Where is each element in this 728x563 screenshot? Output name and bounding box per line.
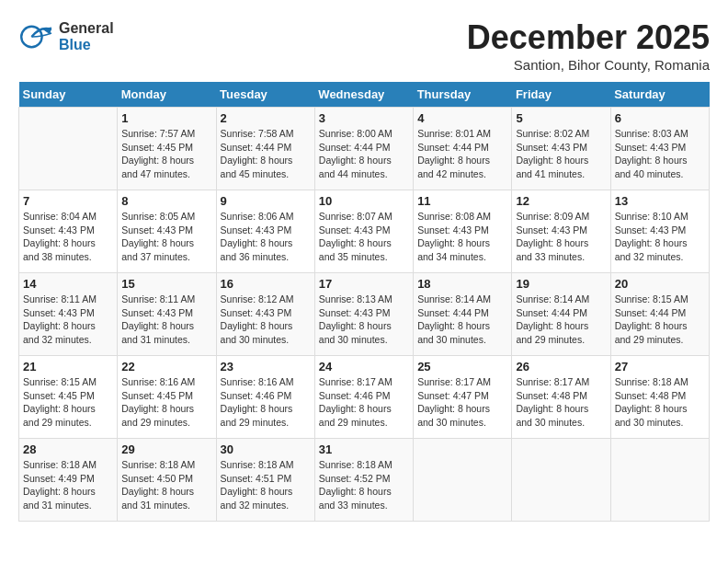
day-info: Sunrise: 8:18 AMSunset: 4:49 PMDaylight:… xyxy=(23,458,113,512)
calendar-header-row: SundayMondayTuesdayWednesdayThursdayFrid… xyxy=(19,82,710,108)
day-info: Sunrise: 8:12 AMSunset: 4:43 PMDaylight:… xyxy=(221,293,311,347)
day-info: Sunrise: 8:02 AMSunset: 4:43 PMDaylight:… xyxy=(516,127,606,181)
subtitle: Santion, Bihor County, Romania xyxy=(467,57,710,73)
calendar-week-row: 14Sunrise: 8:11 AMSunset: 4:43 PMDayligh… xyxy=(19,273,710,356)
header: General Blue December 2025 Santion, Biho… xyxy=(18,18,710,73)
calendar-cell: 17Sunrise: 8:13 AMSunset: 4:43 PMDayligh… xyxy=(314,273,413,356)
day-info: Sunrise: 8:04 AMSunset: 4:43 PMDaylight:… xyxy=(23,210,113,264)
day-info: Sunrise: 8:03 AMSunset: 4:43 PMDaylight:… xyxy=(615,127,705,181)
month-title: December 2025 xyxy=(467,18,710,57)
column-header-sunday: Sunday xyxy=(19,82,118,108)
calendar-cell: 21Sunrise: 8:15 AMSunset: 4:45 PMDayligh… xyxy=(19,356,118,439)
calendar-cell: 2Sunrise: 7:58 AMSunset: 4:44 PMDaylight… xyxy=(216,108,314,190)
day-info: Sunrise: 8:06 AMSunset: 4:43 PMDaylight:… xyxy=(221,210,311,264)
day-info: Sunrise: 8:08 AMSunset: 4:43 PMDaylight:… xyxy=(417,210,507,264)
day-number: 19 xyxy=(516,277,606,291)
day-number: 29 xyxy=(121,442,211,456)
day-number: 14 xyxy=(23,277,113,291)
day-number: 9 xyxy=(221,194,311,208)
calendar-cell: 23Sunrise: 8:16 AMSunset: 4:46 PMDayligh… xyxy=(216,356,314,439)
calendar-table: SundayMondayTuesdayWednesdayThursdayFrid… xyxy=(18,82,710,522)
column-header-tuesday: Tuesday xyxy=(216,82,314,108)
calendar-cell: 1Sunrise: 7:57 AMSunset: 4:45 PMDaylight… xyxy=(118,108,216,190)
day-number: 30 xyxy=(221,442,311,456)
calendar-cell: 31Sunrise: 8:18 AMSunset: 4:52 PMDayligh… xyxy=(314,439,413,522)
day-number: 24 xyxy=(319,360,409,373)
day-number: 21 xyxy=(23,360,113,373)
day-number: 3 xyxy=(319,111,409,125)
day-info: Sunrise: 8:14 AMSunset: 4:44 PMDaylight:… xyxy=(417,293,507,347)
day-info: Sunrise: 8:10 AMSunset: 4:43 PMDaylight:… xyxy=(615,210,705,264)
column-header-friday: Friday xyxy=(512,82,610,108)
day-number: 22 xyxy=(121,360,211,373)
logo-general-text: General xyxy=(59,20,114,37)
day-number: 7 xyxy=(23,194,113,208)
calendar-cell: 15Sunrise: 8:11 AMSunset: 4:43 PMDayligh… xyxy=(118,273,216,356)
day-info: Sunrise: 8:09 AMSunset: 4:43 PMDaylight:… xyxy=(516,210,606,264)
logo-text: General Blue xyxy=(59,20,114,52)
calendar-cell: 8Sunrise: 8:05 AMSunset: 4:43 PMDaylight… xyxy=(118,190,216,273)
day-info: Sunrise: 8:16 AMSunset: 4:45 PMDaylight:… xyxy=(121,375,211,430)
day-number: 25 xyxy=(417,360,507,373)
day-number: 5 xyxy=(516,111,606,125)
day-info: Sunrise: 8:05 AMSunset: 4:43 PMDaylight:… xyxy=(121,210,211,264)
day-number: 4 xyxy=(417,111,507,125)
calendar-cell: 6Sunrise: 8:03 AMSunset: 4:43 PMDaylight… xyxy=(610,108,709,190)
day-number: 26 xyxy=(516,360,606,373)
calendar-cell: 27Sunrise: 8:18 AMSunset: 4:48 PMDayligh… xyxy=(610,356,709,439)
calendar-cell: 7Sunrise: 8:04 AMSunset: 4:43 PMDaylight… xyxy=(19,190,118,273)
day-info: Sunrise: 8:18 AMSunset: 4:52 PMDaylight:… xyxy=(319,458,409,512)
calendar-cell: 22Sunrise: 8:16 AMSunset: 4:45 PMDayligh… xyxy=(118,356,216,439)
calendar-cell: 10Sunrise: 8:07 AMSunset: 4:43 PMDayligh… xyxy=(314,190,413,273)
calendar-week-row: 21Sunrise: 8:15 AMSunset: 4:45 PMDayligh… xyxy=(19,356,710,439)
day-number: 2 xyxy=(221,111,311,125)
title-area: December 2025 Santion, Bihor County, Rom… xyxy=(467,18,710,73)
day-info: Sunrise: 8:01 AMSunset: 4:44 PMDaylight:… xyxy=(417,127,507,181)
logo: General Blue xyxy=(18,18,114,55)
day-info: Sunrise: 8:15 AMSunset: 4:44 PMDaylight:… xyxy=(615,293,705,347)
day-number: 10 xyxy=(319,194,409,208)
day-info: Sunrise: 8:18 AMSunset: 4:50 PMDaylight:… xyxy=(121,458,211,512)
day-number: 18 xyxy=(417,277,507,291)
calendar-cell xyxy=(414,439,512,522)
calendar-week-row: 28Sunrise: 8:18 AMSunset: 4:49 PMDayligh… xyxy=(19,439,710,522)
day-number: 31 xyxy=(319,442,409,456)
day-number: 20 xyxy=(615,277,705,291)
logo-icon xyxy=(18,18,55,55)
calendar-cell: 13Sunrise: 8:10 AMSunset: 4:43 PMDayligh… xyxy=(610,190,709,273)
calendar-cell: 28Sunrise: 8:18 AMSunset: 4:49 PMDayligh… xyxy=(19,439,118,522)
calendar-cell xyxy=(19,108,118,190)
day-number: 13 xyxy=(615,194,705,208)
day-number: 12 xyxy=(516,194,606,208)
calendar-cell: 11Sunrise: 8:08 AMSunset: 4:43 PMDayligh… xyxy=(414,190,512,273)
day-number: 28 xyxy=(23,442,113,456)
logo-blue-text: Blue xyxy=(59,37,114,53)
day-info: Sunrise: 7:58 AMSunset: 4:44 PMDaylight:… xyxy=(221,127,311,181)
day-number: 8 xyxy=(121,194,211,208)
day-info: Sunrise: 8:14 AMSunset: 4:44 PMDaylight:… xyxy=(516,293,606,347)
day-info: Sunrise: 8:18 AMSunset: 4:48 PMDaylight:… xyxy=(615,375,705,430)
calendar-cell xyxy=(512,439,610,522)
day-number: 27 xyxy=(615,360,705,373)
day-info: Sunrise: 8:15 AMSunset: 4:45 PMDaylight:… xyxy=(23,375,113,430)
calendar-cell: 18Sunrise: 8:14 AMSunset: 4:44 PMDayligh… xyxy=(414,273,512,356)
calendar-cell: 29Sunrise: 8:18 AMSunset: 4:50 PMDayligh… xyxy=(118,439,216,522)
calendar-week-row: 7Sunrise: 8:04 AMSunset: 4:43 PMDaylight… xyxy=(19,190,710,273)
column-header-thursday: Thursday xyxy=(414,82,512,108)
calendar-cell: 26Sunrise: 8:17 AMSunset: 4:48 PMDayligh… xyxy=(512,356,610,439)
calendar-cell: 5Sunrise: 8:02 AMSunset: 4:43 PMDaylight… xyxy=(512,108,610,190)
day-number: 1 xyxy=(121,111,211,125)
day-number: 11 xyxy=(417,194,507,208)
day-info: Sunrise: 8:00 AMSunset: 4:44 PMDaylight:… xyxy=(319,127,409,181)
calendar-cell: 3Sunrise: 8:00 AMSunset: 4:44 PMDaylight… xyxy=(314,108,413,190)
day-number: 6 xyxy=(615,111,705,125)
day-info: Sunrise: 8:18 AMSunset: 4:51 PMDaylight:… xyxy=(221,458,311,512)
day-info: Sunrise: 8:11 AMSunset: 4:43 PMDaylight:… xyxy=(121,293,211,347)
day-number: 23 xyxy=(221,360,311,373)
column-header-monday: Monday xyxy=(118,82,216,108)
calendar-cell: 12Sunrise: 8:09 AMSunset: 4:43 PMDayligh… xyxy=(512,190,610,273)
day-info: Sunrise: 8:11 AMSunset: 4:43 PMDaylight:… xyxy=(23,293,113,347)
day-info: Sunrise: 7:57 AMSunset: 4:45 PMDaylight:… xyxy=(121,127,211,181)
day-number: 17 xyxy=(319,277,409,291)
day-number: 15 xyxy=(121,277,211,291)
